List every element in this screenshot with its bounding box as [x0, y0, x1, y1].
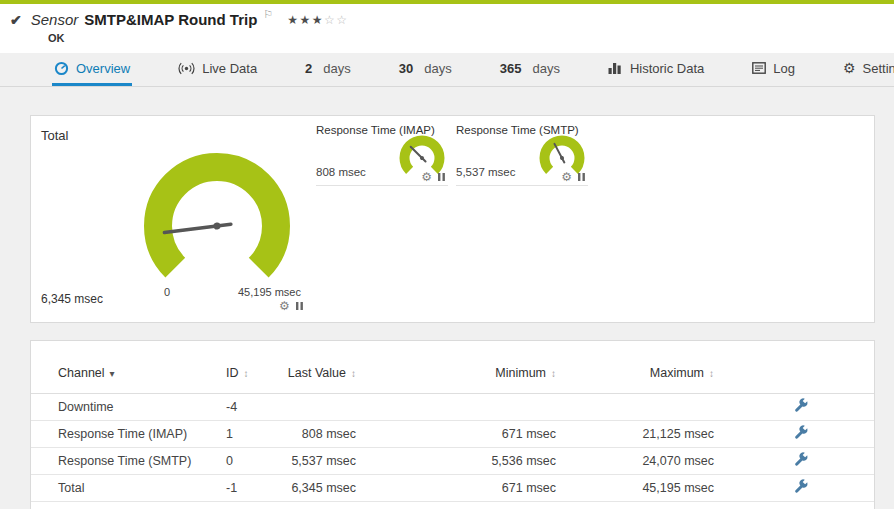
star-icon[interactable]: ★: [299, 13, 311, 27]
tab-label: Settings: [863, 61, 894, 76]
channel-maximum: 45,195 msec: [586, 474, 744, 501]
total-gauge-label: Total: [41, 128, 68, 143]
page-title: SMTP&IMAP Round Trip: [84, 11, 257, 28]
table-row[interactable]: Downtime -4: [31, 393, 874, 420]
tab-label: Overview: [76, 61, 130, 76]
sort-icon: ↕: [244, 368, 249, 379]
channel-name: Response Time (SMTP): [31, 447, 201, 474]
gear-icon[interactable]: ⚙: [279, 299, 290, 313]
sensor-type-label: Sensor: [31, 11, 79, 28]
column-header-last-value[interactable]: Last Value↕: [279, 353, 386, 393]
tab-2-days[interactable]: 2days: [303, 53, 353, 86]
column-header-id[interactable]: ID↕: [201, 353, 279, 393]
gauges-panel: Total 6,345 msec 0 45,195 msec ⚙ Respons…: [30, 115, 875, 323]
smtp-gauge-value: 5,537 msec: [456, 166, 515, 178]
channel-last-value: 5,537 msec: [279, 447, 386, 474]
column-header-minimum[interactable]: Minimum↕: [386, 353, 586, 393]
imap-gauge-value: 808 msec: [316, 166, 366, 178]
gauge-needle: [553, 143, 566, 163]
channel-settings-wrench-icon[interactable]: [794, 398, 808, 412]
star-icon[interactable]: ★: [287, 13, 299, 27]
overview-icon: [54, 61, 69, 76]
total-gauge-max: 45,195 msec: [238, 286, 301, 298]
tab-label: Live Data: [202, 61, 257, 76]
channel-name: Total: [31, 474, 201, 501]
tab-bar: Overview Live Data 2days 30days 365days …: [0, 53, 894, 87]
channels-table: Channel▾ ID↕ Last Value↕ Minimum↕ Maximu…: [31, 353, 874, 502]
channel-id: -1: [201, 474, 279, 501]
sort-icon: ↕: [551, 368, 556, 379]
channel-id: 1: [201, 420, 279, 447]
star-icon[interactable]: ☆: [324, 13, 336, 27]
column-header-actions: [744, 353, 874, 393]
channel-minimum: 671 msec: [386, 474, 586, 501]
sort-icon: ↕: [351, 368, 356, 379]
pause-icon[interactable]: [295, 301, 304, 311]
channel-maximum: [586, 393, 744, 420]
channel-name: Response Time (IMAP): [31, 420, 201, 447]
gauge-needle: [409, 145, 427, 163]
channel-settings-wrench-icon[interactable]: [794, 452, 808, 466]
table-row[interactable]: Response Time (SMTP) 0 5,537 msec 5,536 …: [31, 447, 874, 474]
total-gauge-value: 6,345 msec: [41, 292, 103, 306]
tab-30-days[interactable]: 30days: [397, 53, 454, 86]
channel-maximum: 21,125 msec: [586, 420, 744, 447]
imap-gauge-block: Response Time (IMAP) 808 msec ⚙: [316, 124, 448, 186]
channel-maximum: 24,070 msec: [586, 447, 744, 474]
log-icon: [752, 62, 766, 74]
tab-label: Historic Data: [630, 61, 704, 76]
tab-label: Log: [773, 61, 795, 76]
channels-panel: Channel▾ ID↕ Last Value↕ Minimum↕ Maximu…: [30, 340, 875, 509]
channel-last-value: 808 msec: [279, 420, 386, 447]
gauge-needle: [164, 221, 231, 236]
tab-365-days[interactable]: 365days: [498, 53, 562, 86]
flag-icon[interactable]: ⚐: [263, 8, 273, 21]
table-row[interactable]: Response Time (IMAP) 1 808 msec 671 msec…: [31, 420, 874, 447]
channel-settings-wrench-icon[interactable]: [794, 479, 808, 493]
tab-log[interactable]: Log: [750, 53, 797, 86]
channel-last-value: [279, 393, 386, 420]
gear-icon[interactable]: ⚙: [421, 170, 432, 184]
gear-icon: ⚙: [843, 60, 856, 76]
table-row[interactable]: Total -1 6,345 msec 671 msec 45,195 msec: [31, 474, 874, 501]
tab-label: 30: [399, 61, 413, 76]
bar-chart-icon: [608, 62, 623, 74]
channel-minimum: 671 msec: [386, 420, 586, 447]
sensor-header: ✔ Sensor SMTP&IMAP Round Trip ⚐ ★★★☆☆ OK: [0, 4, 894, 53]
channel-minimum: [386, 393, 586, 420]
tab-historic-data[interactable]: Historic Data: [606, 53, 706, 86]
star-icon[interactable]: ★: [312, 13, 324, 27]
tab-label: 2: [305, 61, 312, 76]
status-badge: OK: [48, 32, 894, 44]
column-header-maximum[interactable]: Maximum↕: [586, 353, 744, 393]
tab-live-data[interactable]: Live Data: [176, 53, 259, 86]
live-data-icon: [178, 62, 195, 75]
channel-name: Downtime: [31, 393, 201, 420]
table-header-row: Channel▾ ID↕ Last Value↕ Minimum↕ Maximu…: [31, 353, 874, 393]
tab-settings[interactable]: ⚙ Settings: [841, 53, 894, 86]
pause-icon[interactable]: [577, 172, 586, 182]
ok-check-icon: ✔: [10, 12, 22, 28]
sort-icon: ↕: [709, 368, 714, 379]
star-icon[interactable]: ☆: [336, 13, 348, 27]
channel-settings-wrench-icon[interactable]: [794, 425, 808, 439]
channel-id: 0: [201, 447, 279, 474]
column-header-channel[interactable]: Channel▾: [31, 353, 201, 393]
total-gauge-min: 0: [164, 286, 170, 298]
smtp-gauge-block: Response Time (SMTP) 5,537 msec ⚙: [456, 124, 588, 186]
gear-icon[interactable]: ⚙: [561, 170, 572, 184]
tab-label: 365: [500, 61, 522, 76]
tab-overview[interactable]: Overview: [52, 53, 132, 86]
pause-icon[interactable]: [437, 172, 446, 182]
sort-desc-icon: ▾: [110, 368, 115, 379]
priority-rating[interactable]: ★★★☆☆: [287, 13, 348, 27]
channel-minimum: 5,536 msec: [386, 447, 586, 474]
channel-id: -4: [201, 393, 279, 420]
channel-last-value: 6,345 msec: [279, 474, 386, 501]
